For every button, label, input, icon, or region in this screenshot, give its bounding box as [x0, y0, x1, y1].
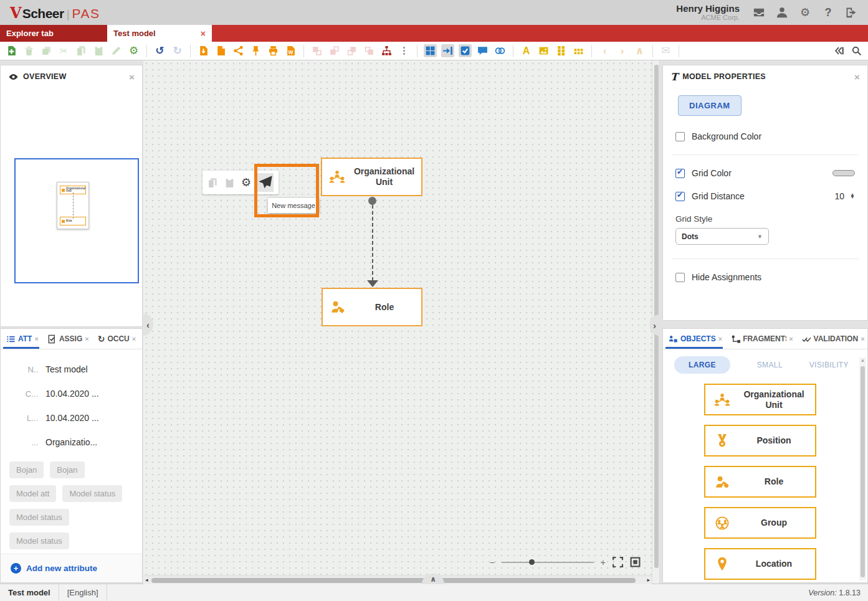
tab-test-model[interactable]: Test model ×	[107, 25, 212, 42]
arrange-bring-forward-icon[interactable]	[310, 44, 323, 57]
tab-attributes[interactable]: ATT ×	[2, 329, 43, 349]
search-icon[interactable]	[850, 44, 863, 57]
more-options-icon[interactable]	[398, 44, 411, 57]
close-icon[interactable]: ×	[132, 335, 136, 343]
tab-explorer[interactable]: Explorer tab	[0, 25, 107, 42]
share-icon[interactable]	[232, 44, 245, 57]
nav-left-icon[interactable]: ‹	[598, 44, 611, 57]
paste-icon[interactable]	[92, 44, 105, 57]
toggle-view-icon[interactable]	[494, 44, 507, 57]
node-role[interactable]: Role	[322, 288, 422, 326]
export-icon[interactable]	[214, 44, 227, 57]
scroll-left-icon[interactable]: ◂	[145, 577, 148, 583]
hierarchy-icon[interactable]	[380, 44, 393, 57]
paste-icon[interactable]	[224, 177, 235, 188]
copy-icon[interactable]	[75, 44, 88, 57]
text-tool-icon[interactable]: A	[520, 44, 533, 57]
tab-assignments[interactable]: ASSIG ×	[43, 329, 93, 349]
redo-icon[interactable]: ↻	[171, 44, 184, 57]
add-attribute-button[interactable]: + Add new attribute	[1, 554, 142, 582]
multi-select-icon[interactable]	[459, 44, 472, 57]
attribute-value[interactable]: Test model	[45, 364, 88, 374]
grid-style-select[interactable]: Dots ▼	[675, 228, 769, 245]
nav-right-icon[interactable]: ›	[616, 44, 629, 57]
minimap-viewport[interactable]: Organizational Unit Role	[14, 158, 139, 283]
image-tool-icon[interactable]	[537, 44, 550, 57]
hide-assignments-checkbox[interactable]	[675, 273, 685, 282]
grid-distance-value[interactable]: 10	[835, 191, 845, 201]
arrange-send-backward-icon[interactable]	[328, 44, 341, 57]
inbox-tray-icon[interactable]	[752, 6, 766, 19]
undo-icon[interactable]: ↺	[153, 44, 166, 57]
tab-objects[interactable]: OBJECTS ×	[664, 329, 727, 349]
close-icon[interactable]: ×	[85, 335, 88, 343]
attribute-value[interactable]: 10.04.2020 ...	[45, 389, 99, 399]
logout-icon[interactable]	[844, 6, 858, 19]
settings-gear-icon[interactable]: ⚙	[127, 44, 140, 57]
message-icon[interactable]: ✉	[659, 44, 672, 57]
grid-distance-checkbox[interactable]	[675, 192, 685, 201]
fullscreen-icon[interactable]	[613, 557, 623, 567]
node-organizational-unit[interactable]: Organizational Unit	[321, 158, 422, 196]
size-tab-visibility[interactable]: VISIBILITY	[809, 361, 849, 369]
scroll-right-icon[interactable]: ▸	[647, 577, 650, 583]
print-icon[interactable]	[267, 44, 280, 57]
scroll-up-icon[interactable]: ▲	[859, 357, 866, 363]
connection-source-handle[interactable]	[368, 197, 376, 205]
grid-color-checkbox[interactable]	[675, 169, 685, 178]
word-export-icon[interactable]: W	[284, 44, 297, 57]
diagram-button[interactable]: DIAGRAM	[678, 95, 742, 116]
align-grid-icon[interactable]	[424, 44, 437, 57]
close-icon[interactable]: ×	[789, 335, 793, 343]
tab-fragments[interactable]: FRAGMENTS ×	[727, 329, 797, 349]
settings-gear-icon[interactable]: ⚙	[798, 6, 812, 19]
new-message-button[interactable]	[257, 173, 274, 192]
diagram-canvas[interactable]: ⚙ New message Organizational Unit Role −	[143, 60, 652, 584]
cut-icon[interactable]: ✂	[57, 44, 70, 57]
import-icon[interactable]	[197, 44, 210, 57]
tab-occurrences[interactable]: ↻ OCCU ×	[93, 329, 141, 349]
background-color-checkbox[interactable]	[675, 132, 685, 141]
attribute-value[interactable]: Organizatio...	[45, 437, 97, 447]
zoom-slider-thumb[interactable]	[529, 559, 535, 565]
attribute-value[interactable]: 10.04.2020 ...	[45, 413, 99, 423]
edit-pencil-icon[interactable]	[110, 44, 123, 57]
palette-scrollbar[interactable]: ▲	[859, 357, 866, 580]
spin-down-icon[interactable]: ▼	[850, 196, 855, 199]
horizontal-scrollbar[interactable]: ◂ ▸	[143, 575, 652, 584]
connection-edge[interactable]	[372, 205, 373, 281]
close-icon[interactable]: ×	[861, 335, 864, 343]
status-language-selector[interactable]: [English]	[59, 584, 107, 601]
quantity-stepper[interactable]: ▲ ▼	[850, 194, 855, 199]
copy-icon[interactable]	[207, 177, 218, 188]
palette-item-position[interactable]: Position	[704, 425, 816, 457]
comments-icon[interactable]	[476, 44, 489, 57]
delete-icon[interactable]	[22, 44, 36, 57]
arrange-send-back-icon[interactable]	[363, 44, 376, 57]
arrange-bring-front-icon[interactable]	[345, 44, 358, 57]
fit-to-screen-icon[interactable]	[630, 557, 641, 567]
size-tab-small[interactable]: SMALL	[757, 361, 783, 369]
close-icon[interactable]: ×	[34, 335, 38, 343]
grid-small-icon[interactable]	[555, 44, 568, 57]
tab-validation[interactable]: VALIDATION ×	[798, 329, 868, 349]
close-icon[interactable]: ×	[129, 72, 135, 82]
zoom-out-button[interactable]: −	[490, 557, 495, 567]
duplicate-icon[interactable]	[40, 44, 53, 57]
palette-item-organizational-unit[interactable]: Organizational Unit	[704, 384, 816, 415]
zoom-in-button[interactable]: +	[601, 557, 606, 567]
grid-color-swatch[interactable]	[832, 170, 855, 176]
new-model-icon[interactable]	[5, 44, 18, 57]
help-icon[interactable]: ?	[821, 6, 835, 19]
settings-gear-icon[interactable]: ⚙	[241, 177, 251, 188]
zoom-slider[interactable]	[502, 558, 594, 567]
size-tab-large[interactable]: LARGE	[674, 356, 730, 374]
nav-up-icon[interactable]: ∧	[633, 44, 646, 57]
palette-item-location[interactable]: Location	[704, 548, 816, 580]
close-icon[interactable]: ×	[718, 335, 722, 343]
palette-item-role[interactable]: Role	[704, 466, 816, 498]
close-icon[interactable]: ×	[201, 29, 206, 39]
grid-large-icon[interactable]	[572, 44, 585, 57]
dock-panel-icon[interactable]	[441, 44, 454, 57]
horizontal-scrollbar-thumb[interactable]	[151, 578, 636, 583]
